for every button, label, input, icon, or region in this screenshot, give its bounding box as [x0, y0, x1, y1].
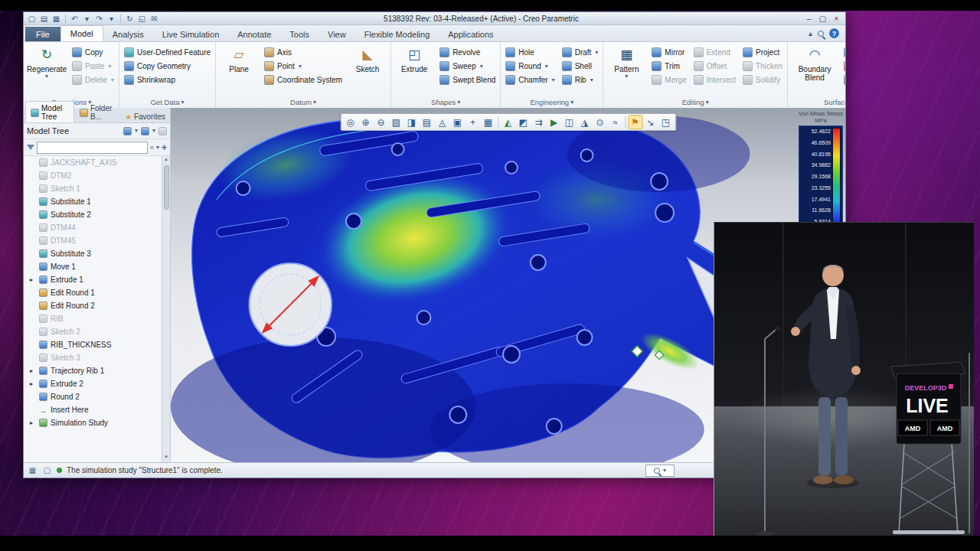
datum-display-button[interactable]: ◬ [435, 115, 449, 129]
tab-model-tree[interactable]: Model Tree [25, 101, 74, 122]
window-switch-icon[interactable]: ◱ [137, 14, 147, 24]
draft-button[interactable]: Draft▾ [560, 46, 600, 59]
tree-item[interactable]: Sketch 3 [24, 351, 170, 364]
mail-icon[interactable]: ✉ [149, 14, 159, 24]
tab-live-simulation[interactable]: Live Simulation [153, 27, 229, 41]
axis-button[interactable]: Axis [263, 46, 344, 59]
tree-item[interactable]: ▸Extrude 1 [24, 273, 170, 286]
sketch-button[interactable]: ◣ Sketch [348, 43, 387, 96]
group-label-surfaces[interactable]: Surfaces▾ [791, 96, 845, 108]
deformed-result-button[interactable]: ◭ [501, 115, 515, 129]
caret-down-icon[interactable]: ▾ [82, 14, 92, 24]
tree-item-insert-here[interactable]: →Insert Here [24, 403, 170, 416]
tab-analysis[interactable]: Analysis [103, 27, 153, 41]
query-result-button[interactable]: ⊙ [593, 115, 607, 129]
scroll-up-icon[interactable]: ▴ [165, 156, 168, 165]
scrollbar-thumb[interactable] [164, 165, 169, 210]
hole-button[interactable]: Hole [504, 46, 556, 59]
refit-view-button[interactable]: ◎ [343, 115, 358, 129]
tab-folder-browser[interactable]: Folder B... [75, 102, 120, 122]
group-label-engineering[interactable]: Engineering▾ [504, 96, 599, 108]
tree-item[interactable]: JACKSHAFT_AXIS [24, 156, 170, 169]
plane-button[interactable]: ▱ Plane [219, 43, 259, 96]
tree-item[interactable]: Round 2 [24, 390, 170, 403]
tree-item[interactable]: DTM45 [24, 234, 170, 247]
caret-down-icon[interactable]: ▾ [106, 14, 116, 24]
group-label-shapes[interactable]: Shapes▾ [394, 96, 497, 108]
display-style-button[interactable]: ◨ [404, 115, 419, 129]
message-log-icon[interactable]: ▦ [28, 465, 38, 475]
swept-blend-button[interactable]: Swept Blend [438, 73, 497, 86]
search-icon[interactable] [818, 31, 824, 37]
tree-item[interactable]: Substitute 2 [24, 208, 170, 221]
tab-file[interactable]: File [25, 27, 60, 41]
tree-item[interactable]: RIB_THICKNESS [24, 338, 170, 351]
expand-icon[interactable]: ▸ [30, 276, 36, 283]
close-button[interactable]: × [831, 14, 842, 24]
sweep-button[interactable]: Sweep▾ [438, 60, 497, 73]
named-views-button[interactable]: ▤ [420, 115, 434, 129]
tag-result-button[interactable]: ⚑ [628, 115, 642, 129]
tree-item[interactable]: ▸Extrude 2 [24, 377, 170, 390]
tree-item-simulation-study[interactable]: ▸Simulation Study [24, 416, 170, 429]
tab-annotate[interactable]: Annotate [228, 27, 280, 41]
solidify-button[interactable]: Solidify [741, 73, 784, 86]
merge-button[interactable]: Merge [650, 73, 688, 86]
tree-item[interactable]: Edit Round 2 [24, 299, 170, 312]
fill-button[interactable]: Fill [842, 46, 845, 59]
caret-down-icon[interactable]: ▾ [156, 145, 159, 151]
fringe-result-button[interactable]: ◩ [516, 115, 531, 129]
scroll-down-icon[interactable]: ▾ [165, 454, 168, 462]
paste-button[interactable]: Paste▾ [70, 60, 116, 73]
coordinate-system-button[interactable]: Coordinate System [263, 73, 344, 86]
graph-result-button[interactable]: ≈ [608, 115, 622, 129]
point-button[interactable]: Point▾ [263, 60, 344, 73]
cutting-plane-button[interactable]: ◫ [562, 115, 577, 129]
round-button[interactable]: Round▾ [504, 60, 556, 73]
save-icon[interactable]: ▦ [51, 14, 61, 24]
tab-applications[interactable]: Applications [439, 27, 502, 41]
tree-item[interactable]: Edit Round 1 [24, 286, 170, 299]
open-file-icon[interactable]: ▤ [39, 14, 49, 24]
regenerate-button[interactable]: ↻ Regenerate ▾ [27, 43, 67, 96]
vectors-result-button[interactable]: ⇉ [531, 115, 546, 129]
find-in-model-button[interactable]: ▾ [645, 465, 675, 477]
tree-item[interactable]: Substitute 3 [24, 247, 170, 260]
export-result-button[interactable]: ↘ [643, 115, 658, 129]
tree-item[interactable]: DTM44 [24, 221, 170, 234]
tree-item[interactable]: Substitute 1 [24, 195, 170, 208]
selection-filter-icon[interactable]: ▢ [42, 465, 52, 475]
expand-icon[interactable]: ▸ [30, 419, 36, 426]
view-manager-button[interactable]: ▦ [481, 115, 495, 129]
tree-filters-icon[interactable] [123, 127, 132, 135]
add-filter-button[interactable]: + [162, 142, 167, 153]
regenerate-quick-icon[interactable]: ↻ [125, 14, 135, 24]
group-label-datum[interactable]: Datum▾ [219, 96, 387, 108]
tree-columns-icon[interactable] [141, 127, 149, 135]
spin-center-button[interactable]: + [466, 115, 480, 129]
tree-scrollbar[interactable]: ▴ ▾ [162, 156, 170, 462]
rib-button[interactable]: Rib▾ [560, 73, 600, 86]
animate-result-button[interactable]: ▶ [547, 115, 561, 129]
tab-tools[interactable]: Tools [280, 27, 318, 41]
chamfer-button[interactable]: Chamfer▾ [504, 73, 556, 86]
tree-item[interactable]: Move 1 [24, 260, 170, 273]
expand-icon[interactable]: ▸ [30, 367, 36, 374]
intersect-button[interactable]: Intersect [692, 73, 737, 86]
minimize-button[interactable]: – [803, 14, 815, 24]
undo-icon[interactable]: ↶ [70, 14, 80, 24]
tree-item[interactable]: Sketch 1 [24, 182, 170, 195]
shell-button[interactable]: Shell [560, 60, 600, 73]
project-button[interactable]: Project [741, 46, 784, 59]
tree-settings-icon[interactable] [158, 127, 167, 135]
boundary-blend-button[interactable]: ◠ Boundary Blend [791, 43, 838, 96]
group-label-get-data[interactable]: Get Data▾ [122, 96, 212, 108]
extrude-button[interactable]: ◰ Extrude [394, 43, 434, 96]
thicken-button[interactable]: Thicken [741, 60, 784, 73]
revolve-button[interactable]: Revolve [438, 46, 497, 59]
tab-view[interactable]: View [318, 27, 355, 41]
maximize-button[interactable]: ▢ [817, 14, 828, 24]
extend-button[interactable]: Extend [692, 46, 737, 59]
tree-filter-input[interactable] [37, 142, 148, 154]
iso-surface-button[interactable]: ◮ [577, 115, 592, 129]
